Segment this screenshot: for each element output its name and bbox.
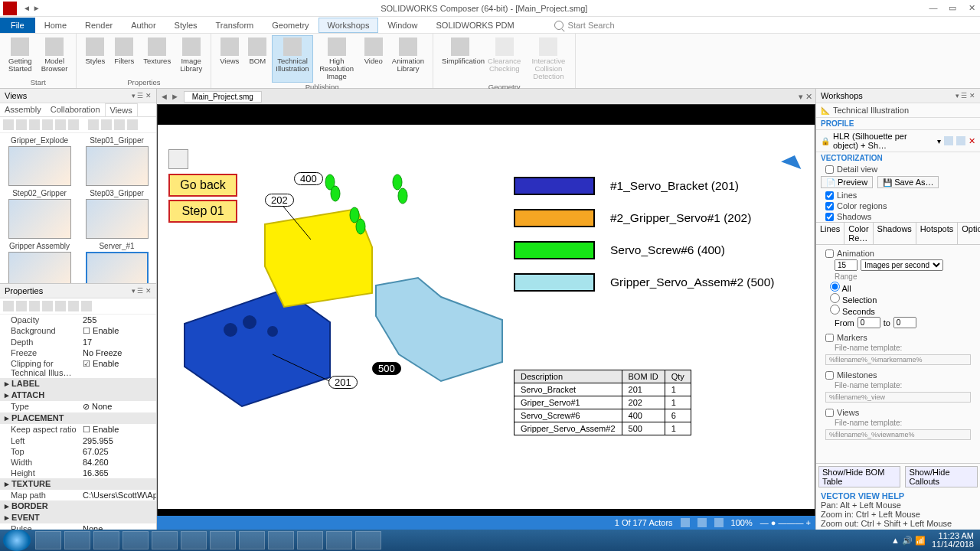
view-thumb[interactable]: Server_#1 — [80, 242, 153, 283]
prop-section[interactable]: ▸ TEXTURE — [0, 478, 156, 490]
menu-solidworks pdm[interactable]: SOLIDWORKS PDM — [427, 18, 524, 33]
views-tab-assembly[interactable]: Assembly — [0, 103, 46, 116]
menu-render[interactable]: Render — [76, 18, 122, 33]
prop-section[interactable]: ▸ EVENT — [0, 512, 156, 523]
tool-icon[interactable] — [42, 301, 53, 311]
prop-row[interactable]: Top67.025 — [0, 446, 156, 457]
prop-row[interactable]: Map pathC:\Users\ScottW\AppDat… — [0, 490, 156, 500]
ribbon-high-resolution-image[interactable]: High ResolutionImage — [315, 35, 359, 83]
status-icon[interactable] — [681, 518, 690, 527]
delete-icon[interactable]: ✕ — [969, 136, 975, 146]
menu-window[interactable]: Window — [378, 18, 426, 33]
view-thumb[interactable]: Step03_Gripper — [80, 189, 153, 239]
preview-button[interactable]: 📄 Preview — [821, 176, 873, 188]
wtab-color re…[interactable]: Color Re… — [844, 223, 873, 244]
maximize-button[interactable]: ▭ — [944, 3, 961, 13]
tool-icon[interactable] — [29, 119, 40, 130]
system-tray[interactable]: ▲ 🔊 📶 11:23 AM11/14/2018 — [885, 532, 980, 549]
taskbar-item[interactable] — [239, 531, 265, 549]
ribbon-animation-library[interactable]: AnimationLibrary — [388, 35, 428, 83]
tool-icon[interactable] — [127, 119, 138, 130]
prop-row[interactable]: Type⊘ None — [0, 401, 156, 412]
callout-202[interactable]: 202 — [265, 194, 294, 207]
ribbon-interactive-collision-detection[interactable]: InteractiveCollision Detection — [526, 35, 570, 83]
taskbar-item[interactable] — [152, 531, 178, 549]
doc-controls[interactable]: ▾ ✕ — [799, 92, 812, 102]
fps-unit[interactable]: Images per second — [861, 259, 943, 271]
views-checkbox[interactable] — [825, 409, 834, 417]
prop-row[interactable]: Clipping for Technical Illus…☑ Enable — [0, 358, 156, 378]
canvas[interactable]: Go back Step 01 — [157, 104, 815, 530]
wtab-shadows[interactable]: Shadows — [874, 223, 916, 244]
doc-tab[interactable]: Main_Project.smg — [184, 91, 262, 103]
tool-icon[interactable] — [16, 301, 27, 311]
taskbar-item[interactable] — [355, 531, 381, 549]
range-seconds[interactable] — [830, 305, 840, 315]
prop-row[interactable]: Background☐ Enable — [0, 325, 156, 337]
ribbon-simplification[interactable]: Simplification — [438, 35, 482, 83]
taskbar-item[interactable] — [210, 531, 236, 549]
color regions-checkbox[interactable] — [825, 202, 834, 210]
prop-row[interactable]: FreezeNo Freeze — [0, 347, 156, 358]
start-button[interactable] — [3, 530, 31, 551]
tool-icon[interactable] — [29, 301, 40, 311]
prop-section[interactable]: ▸ BORDER — [0, 500, 156, 512]
tool-icon[interactable] — [944, 136, 953, 145]
file-tab[interactable]: File — [0, 18, 35, 33]
panel-buttons[interactable]: ▾ ☰ ✕ — [956, 92, 975, 99]
wtab-hotspots[interactable]: Hotspots — [916, 223, 958, 244]
views-tab-views[interactable]: Views — [105, 103, 138, 116]
taskbar-item[interactable] — [181, 531, 207, 549]
prop-row[interactable]: Opacity255 — [0, 315, 156, 325]
callout-201[interactable]: 201 — [328, 376, 358, 389]
fps-input[interactable] — [835, 259, 858, 271]
animation-checkbox[interactable] — [825, 249, 834, 258]
tray-icons[interactable]: ▲ 🔊 📶 — [891, 536, 926, 545]
zoom-slider[interactable]: — ● ——— + — [760, 518, 811, 527]
prop-row[interactable]: Depth17 — [0, 337, 156, 347]
ribbon-filters[interactable]: Filters — [110, 35, 138, 78]
status-icon[interactable] — [714, 518, 724, 527]
history-arrows[interactable]: ◄ ► — [23, 4, 41, 12]
range-selection[interactable] — [830, 293, 840, 303]
tool-icon[interactable] — [3, 301, 14, 311]
menu-styles[interactable]: Styles — [165, 18, 207, 33]
tool-icon[interactable] — [81, 301, 92, 311]
tool-icon[interactable] — [68, 119, 79, 130]
view-thumb[interactable]: Step02_Gripper — [3, 189, 76, 239]
prop-row[interactable]: Left295.955 — [0, 435, 156, 446]
shadows-checkbox[interactable] — [825, 213, 834, 221]
milestones-checkbox[interactable] — [825, 371, 834, 380]
view-thumb[interactable]: Gripper_Explode — [3, 136, 76, 186]
prop-section[interactable]: ▸ ATTACH — [0, 390, 156, 401]
taskbar-item[interactable] — [268, 531, 294, 549]
status-icon[interactable] — [697, 518, 707, 527]
views-tab-collaboration[interactable]: Collaboration — [46, 103, 105, 116]
wtab-lines[interactable]: Lines — [816, 223, 844, 244]
lines-checkbox[interactable] — [825, 191, 834, 200]
prop-row[interactable]: Height16.365 — [0, 468, 156, 478]
tool-icon[interactable] — [88, 119, 99, 130]
menu-author[interactable]: Author — [122, 18, 165, 33]
ribbon-views[interactable]: Views — [216, 35, 243, 83]
prop-row[interactable]: PulseNone — [0, 523, 156, 530]
menu-geometry[interactable]: Geometry — [263, 18, 318, 33]
ribbon-video[interactable]: Video — [361, 35, 387, 83]
prop-row[interactable]: Width84.260 — [0, 457, 156, 468]
from-input[interactable] — [858, 317, 880, 328]
taskbar-item[interactable] — [297, 531, 323, 549]
panel-buttons[interactable]: ▾ ☰ ✕ — [132, 287, 152, 295]
workshop-selector[interactable]: 📐 Technical Illustration — [816, 103, 980, 118]
prop-row[interactable]: Keep aspect ratio☐ Enable — [0, 424, 156, 435]
views-template[interactable]: %filename%_%viewname% — [825, 429, 971, 440]
to-input[interactable] — [893, 317, 916, 328]
ribbon-model-browser[interactable]: ModelBrowser — [38, 35, 72, 78]
view-thumb[interactable]: Step01_Gripper — [80, 136, 153, 186]
tool-icon[interactable] — [68, 301, 79, 311]
tool-icon[interactable] — [55, 119, 66, 130]
ribbon-image-library[interactable]: ImageLibrary — [176, 35, 206, 78]
prop-section[interactable]: ▸ PLACEMENT — [0, 412, 156, 424]
close-button[interactable]: ✕ — [963, 3, 980, 13]
markers-checkbox[interactable] — [825, 334, 834, 342]
save-as-button[interactable]: 💾 Save As… — [877, 176, 939, 188]
